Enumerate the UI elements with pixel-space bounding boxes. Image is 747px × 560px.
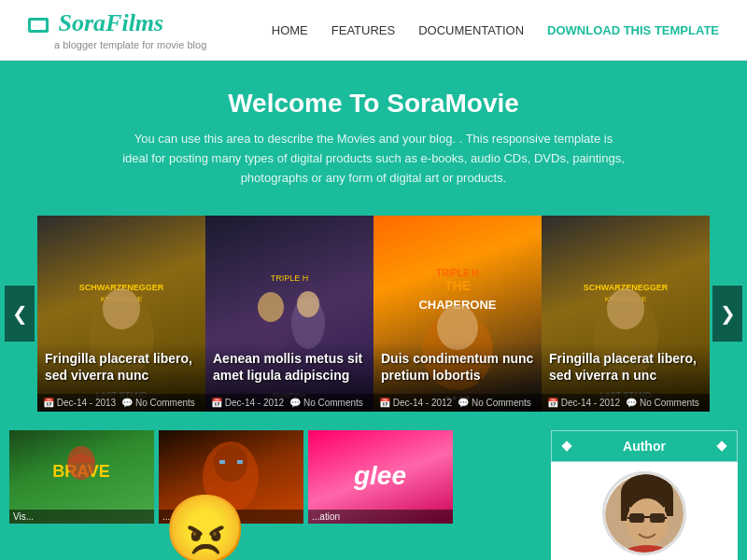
slide-comments-icon-2: 💬 No Comments	[458, 398, 531, 408]
slide-comments-icon-1: 💬 No Comments	[289, 398, 363, 408]
author-header: Author	[551, 430, 738, 462]
thumb-label-2: ...ation	[308, 510, 453, 524]
svg-rect-30	[219, 460, 225, 464]
svg-rect-39	[650, 513, 665, 523]
logo-text: SoraFilms	[59, 9, 164, 36]
slide-title-1: Aenean mollis metus sit amet ligula adip…	[213, 350, 366, 384]
slide-title-0: Fringilla placerat libero, sed viverra n…	[45, 350, 198, 384]
svg-text:TRIPLE H: TRIPLE H	[436, 268, 479, 278]
slider-track: SCHWARZENEGGER KNOXVILLE LAST STAND Frin…	[37, 216, 710, 412]
author-widget: Author	[551, 430, 738, 560]
thumb-label-1: ...	[159, 510, 303, 524]
author-avatar-svg	[605, 474, 686, 555]
thumbnail-item-0[interactable]: BRAVE Vis...	[9, 430, 154, 524]
slide-meta-3: 📅 Dec-14 - 2012 💬 No Comments	[542, 394, 710, 412]
svg-rect-40	[644, 516, 650, 518]
main-nav: HOME FEATURES DOCUMENTATION DOWNLOAD THI…	[272, 23, 719, 37]
nav-download[interactable]: DOWNLOAD THIS TEMPLATE	[547, 23, 719, 37]
bottom-section: BRAVE Vis... ... glee ...ation	[0, 421, 747, 560]
slide-meta-0: 📅 Dec-14 - 2013 💬 No Comments	[37, 394, 205, 412]
author-avatar	[602, 471, 686, 555]
slide-title-2: Duis condimentum nunc pretium lobortis	[381, 350, 534, 384]
slide-item-0[interactable]: SCHWARZENEGGER KNOXVILLE LAST STAND Frin…	[37, 216, 205, 412]
logo-title[interactable]: SoraFilms	[28, 9, 206, 37]
svg-text:THE: THE	[444, 278, 471, 293]
slide-meta-2: 📅 Dec-14 - 2012 💬 No Comments	[374, 394, 542, 412]
svg-point-24	[607, 288, 644, 329]
svg-rect-42	[665, 517, 667, 519]
thumbnails-area: BRAVE Vis... ... glee ...ation	[9, 430, 542, 560]
svg-rect-41	[627, 517, 629, 519]
svg-point-4	[103, 288, 140, 329]
slide-item-2[interactable]: TRIPLE H THE CHAPERONE ★★★★ Duis condime…	[374, 216, 542, 412]
svg-rect-38	[629, 513, 644, 523]
thumbnails-row: BRAVE Vis... ... glee ...ation	[9, 430, 542, 524]
diamond-right-icon	[716, 441, 726, 452]
slide-comments-icon-3: 💬 No Comments	[626, 398, 699, 408]
author-title: Author	[623, 439, 666, 454]
hero-description: You can use this area to describe the Mo…	[121, 130, 626, 188]
hero-title: Welcome To SoraMovie	[19, 89, 728, 119]
nav-home[interactable]: HOME	[272, 23, 308, 37]
slide-item-3[interactable]: SCHWARZENEGGER KNOXVILLE LAST STAND Frin…	[542, 216, 710, 412]
slide-date-icon-0: 📅 Dec-14 - 2013	[43, 398, 116, 408]
svg-rect-36	[665, 493, 673, 516]
thumbnail-item-2[interactable]: glee ...ation	[308, 430, 453, 524]
slider-section: ❮ SCHWARZENEGGER KNOXVILLE LAST STAND Fr…	[0, 206, 747, 421]
slide-comments-icon-0: 💬 No Comments	[121, 398, 195, 408]
nav-documentation[interactable]: DOCUMENTATION	[418, 23, 524, 37]
slide-title-3: Fringilla placerat libero, sed viverra n…	[549, 350, 702, 384]
svg-point-10	[258, 292, 284, 322]
slide-item-1[interactable]: TRIPLE H HarkPeter Aenean mollis metus s…	[205, 216, 374, 412]
slide-meta-1: 📅 Dec-14 - 2012 💬 No Comments	[205, 394, 374, 412]
nav-features[interactable]: FEATURES	[331, 23, 395, 37]
slide-date-icon-3: 📅 Dec-14 - 2012	[547, 398, 620, 408]
svg-point-11	[297, 291, 319, 317]
svg-text:glee: glee	[353, 461, 406, 490]
header: SoraFilms a blogger template for movie b…	[0, 0, 747, 61]
logo-subtitle: a blogger template for movie blog	[54, 39, 206, 50]
slider-prev-button[interactable]: ❮	[5, 286, 35, 342]
slide-date-icon-2: 📅 Dec-14 - 2012	[379, 398, 452, 408]
logo-area: SoraFilms a blogger template for movie b…	[28, 9, 206, 50]
slide-date-icon-1: 📅 Dec-14 - 2012	[211, 398, 284, 408]
hero-section: Welcome To SoraMovie You can use this ar…	[0, 61, 747, 206]
svg-text:TRIPLE H: TRIPLE H	[271, 273, 309, 283]
author-body	[551, 462, 738, 560]
thumbnail-item-1[interactable]: ...	[159, 430, 303, 524]
slider-next-button[interactable]: ❯	[712, 286, 742, 342]
diamond-left-icon	[561, 441, 571, 452]
thumb-label-0: Vis...	[9, 510, 154, 524]
svg-rect-31	[237, 460, 243, 464]
